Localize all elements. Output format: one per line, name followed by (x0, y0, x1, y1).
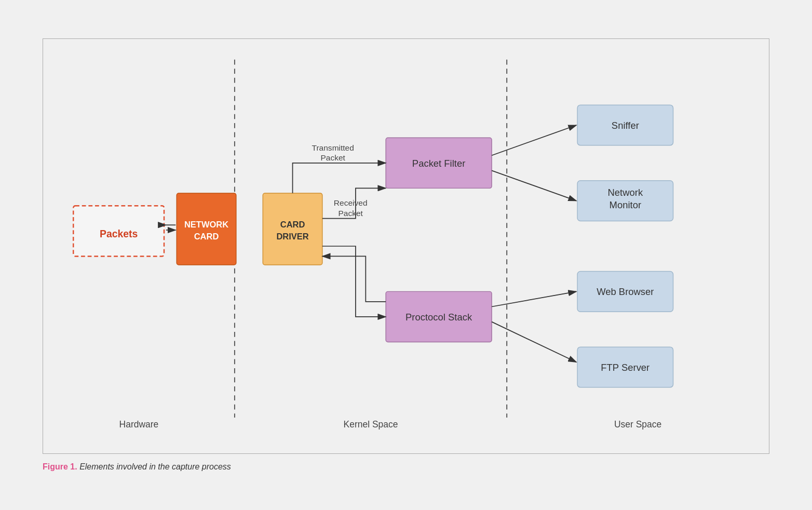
diagram-svg: Hardware Kernel Space User Space Packets… (43, 39, 769, 453)
page-container: Hardware Kernel Space User Space Packets… (32, 28, 780, 482)
transmitted-label2: Packet (321, 153, 346, 162)
network-monitor-label1: Network (608, 187, 643, 198)
arrow-driver-to-filter (293, 163, 386, 193)
packet-filter-label: Packet Filter (412, 158, 465, 169)
label-hardware: Hardware (119, 420, 159, 430)
network-card-label2: CARD (194, 232, 219, 241)
ftp-server-label: FTP Server (601, 362, 649, 373)
diagram-outer: Hardware Kernel Space User Space Packets… (43, 38, 769, 454)
card-driver-label: CARD (280, 220, 305, 229)
arrow-protocol-to-driver (322, 256, 386, 301)
arrow-protocol-to-ftp (492, 322, 576, 363)
figure-caption: Figure 1. Elements involved in the captu… (43, 462, 769, 472)
packets-label: Packets (100, 228, 138, 239)
arrow-filter-to-sniffer (492, 125, 576, 155)
caption-text: Elements involved in the capture process (79, 462, 231, 471)
protocol-stack-label: Proctocol Stack (405, 312, 472, 323)
web-browser-label: Web Browser (597, 286, 654, 297)
network-card-label: NETWORK (184, 220, 228, 229)
arrow-filter-to-netmon (492, 170, 576, 200)
sniffer-label: Sniffer (612, 120, 639, 131)
label-user: User Space (614, 420, 661, 430)
network-monitor-label2: Monitor (610, 199, 641, 210)
received-label1: Received (334, 198, 368, 207)
card-driver-box (263, 193, 322, 265)
transmitted-label1: Transmitted (312, 143, 354, 152)
network-card-box (177, 193, 236, 265)
received-label2: Packet (338, 209, 363, 218)
card-driver-label2: DRIVER (276, 232, 308, 241)
arrow-protocol-to-webbrowser (492, 291, 576, 306)
arrow-driver-to-protocol (322, 246, 386, 317)
caption-label: Figure 1. (43, 462, 77, 471)
label-kernel: Kernel Space (344, 420, 398, 430)
